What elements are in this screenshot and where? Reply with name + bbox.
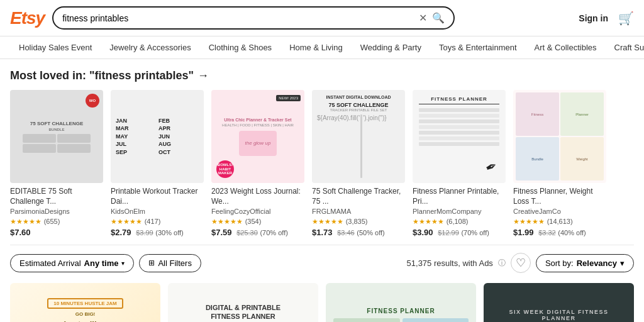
filter-bar: Estimated Arrival Any time ▾ ⊞ All Filte… [10, 245, 634, 280]
product-discount: (50% off) [357, 229, 384, 236]
bottom-product-image-4: SIX WEEK DIGITAL FITNESS PLANNER [484, 283, 634, 322]
all-filters-label: All Filters [158, 258, 191, 268]
product-shop: FRGLMAMA [312, 208, 405, 215]
product-card[interactable]: Ultra Chic Planner & Tracker Set HEALTH … [211, 90, 304, 237]
nav-item-home[interactable]: Home & Living [280, 36, 352, 58]
product-shop: ParsimoniaDesigns [10, 208, 103, 215]
nav-item-jewelry[interactable]: Jewelry & Accessories [101, 36, 199, 58]
product-discount: (40% off) [558, 229, 586, 236]
product-card[interactable]: INSTANT DIGITAL DOWNLOAD 75 SOFT CHALLEN… [312, 90, 405, 237]
bottom-product-image-2: DIGITAL & PRINTABLEFITNESS PLANNER Undat… [168, 283, 318, 322]
product-image: Fitness Planner Bundle Weight [513, 90, 606, 183]
product-card[interactable]: Fitness Planner Bundle Weight Fitness Pl… [513, 90, 606, 237]
bottom-product-4[interactable]: SIX WEEK DIGITAL FITNESS PLANNER [484, 283, 634, 322]
product-shop: CreativeJamCo [513, 208, 606, 215]
filter-icon: ⊞ [148, 258, 155, 267]
product-card[interactable]: 75 SOFT CHALLENGE BUNDLE WO EDITABLE 75 … [10, 90, 103, 237]
sort-button[interactable]: Sort by: Relevancy ▾ [536, 254, 634, 272]
product-shop: FeelingCozyOfficial [211, 208, 304, 215]
product-original-price: $12.99 [438, 229, 459, 236]
bottom-product-1[interactable]: 10 MINUTES HUSTLE JAM GO BIG! bestsellin… [10, 283, 160, 322]
product-reviews: (354) [245, 218, 262, 225]
header-actions: Sign in 🛒 [579, 11, 634, 26]
product-original-price: $3.46 [337, 229, 355, 236]
nav-item-art[interactable]: Art & Collectibles [526, 36, 606, 58]
product-reviews: (417) [145, 218, 161, 225]
info-icon[interactable]: ⓘ [498, 258, 506, 269]
estimated-arrival-button[interactable]: Estimated Arrival Any time ▾ [10, 254, 134, 272]
product-name: EDITABLE 75 Soft Challenge T... [10, 187, 103, 206]
product-name: Fitness Planner Printable, Pri... [413, 187, 506, 206]
product-image: JANMARMAYJULSEP FEBAPRJUNAUGOCT [111, 90, 204, 183]
search-clear-icon[interactable]: ✕ [419, 12, 427, 24]
product-price: $2.79 [111, 228, 131, 237]
chevron-down-icon: ▾ [620, 258, 625, 268]
nav-item-clothing[interactable]: Clothing & Shoes [200, 36, 280, 58]
product-original-price: $25.30 [236, 229, 258, 236]
sign-in-button[interactable]: Sign in [579, 13, 608, 23]
product-price: $7.59 [211, 228, 232, 237]
product-name: Printable Workout Tracker Dai... [111, 187, 204, 206]
product-stars: ★★★★★ [513, 218, 545, 225]
sort-value: Relevancy [577, 258, 617, 268]
product-reviews: (3,835) [346, 218, 368, 225]
product-stars: ★★★★★ [312, 218, 343, 225]
product-shop: PlannerMomCompany [413, 208, 506, 215]
main-nav: Holiday Sales Event Jewelry & Accessorie… [0, 36, 644, 59]
nav-item-toys[interactable]: Toys & Entertainment [430, 36, 526, 58]
product-stars: ★★★★★ [413, 218, 444, 225]
bottom-product-3[interactable]: FITNESS PLANNER with tabs, clips & plant… [326, 283, 476, 322]
nav-item-holiday[interactable]: Holiday Sales Event [10, 36, 101, 58]
header: Etsy ✕ 🔍 Sign in 🛒 [0, 0, 644, 36]
product-card[interactable]: JANMARMAYJULSEP FEBAPRJUNAUGOCT Printabl… [111, 90, 204, 237]
bottom-product-2[interactable]: DIGITAL & PRINTABLEFITNESS PLANNER Undat… [168, 283, 318, 322]
main-content: Most loved in: "fitness printables" → 75… [0, 59, 644, 322]
product-image: FITNESS PLANNER ✒ [413, 90, 506, 183]
product-reviews: (655) [44, 218, 60, 225]
product-stars: ★★★★★ [211, 218, 243, 225]
product-name: Fitness Planner, Weight Loss T... [513, 187, 606, 206]
section-title: Most loved in: "fitness printables" → [10, 69, 634, 82]
product-price: $7.60 [10, 228, 31, 237]
product-price: $3.90 [413, 228, 433, 237]
product-shop: KidsOnElm [111, 208, 204, 215]
search-submit-icon[interactable]: 🔍 [432, 12, 445, 24]
product-stars: ★★★★★ [10, 218, 42, 225]
save-search-button[interactable]: ♡ [511, 253, 531, 273]
products-row: 75 SOFT CHALLENGE BUNDLE WO EDITABLE 75 … [10, 90, 634, 242]
product-name: 75 Soft Challenge Tracker, 75 ... [312, 187, 405, 206]
search-bar: ✕ 🔍 [52, 6, 455, 30]
product-card[interactable]: FITNESS PLANNER ✒ Fitness Planner Printa… [413, 90, 506, 237]
bottom-product-image-1: 10 MINUTES HUSTLE JAM GO BIG! bestsellin… [10, 283, 160, 322]
product-original-price: $3.32 [538, 229, 556, 236]
etsy-logo[interactable]: Etsy [10, 8, 45, 28]
section-arrow[interactable]: → [197, 69, 209, 82]
product-image: INSTANT DIGITAL DOWNLOAD 75 SOFT CHALLEN… [312, 90, 405, 183]
product-original-price: $3.99 [136, 229, 153, 236]
product-image: Ultra Chic Planner & Tracker Set HEALTH … [211, 90, 304, 183]
product-price: $1.99 [513, 228, 534, 237]
bottom-product-image-3: FITNESS PLANNER with tabs, clips & plant… [326, 283, 476, 322]
arrival-value: Any time [84, 258, 119, 268]
most-loved-text: Most loved in: "fitness printables" [10, 69, 194, 82]
filter-results: 51,375 results, with Ads ⓘ ♡ Sort by: Re… [407, 253, 634, 273]
cart-icon[interactable]: 🛒 [618, 11, 634, 26]
nav-item-wedding[interactable]: Wedding & Party [352, 36, 430, 58]
bottom-products-row: 10 MINUTES HUSTLE JAM GO BIG! bestsellin… [10, 283, 634, 322]
product-stars: ★★★★★ [111, 218, 142, 225]
results-count: 51,375 results, with Ads [407, 258, 493, 268]
product-reviews: (14,613) [547, 218, 573, 225]
product-reviews: (6,108) [447, 218, 469, 225]
product-price: $1.73 [312, 228, 333, 237]
chevron-down-icon: ▾ [121, 260, 125, 267]
product-image: 75 SOFT CHALLENGE BUNDLE WO [10, 90, 103, 183]
product-discount: (70% off) [260, 229, 287, 236]
sort-label: Sort by: [545, 258, 574, 268]
search-input[interactable] [62, 13, 414, 23]
product-discount: (30% off) [155, 229, 183, 236]
nav-item-craft[interactable]: Craft Supplies [606, 36, 644, 58]
arrival-label: Estimated Arrival [19, 258, 81, 268]
all-filters-button[interactable]: ⊞ All Filters [139, 254, 201, 272]
product-name: 2023 Weight Loss Journal: We... [211, 187, 304, 206]
product-discount: (70% off) [461, 229, 489, 236]
